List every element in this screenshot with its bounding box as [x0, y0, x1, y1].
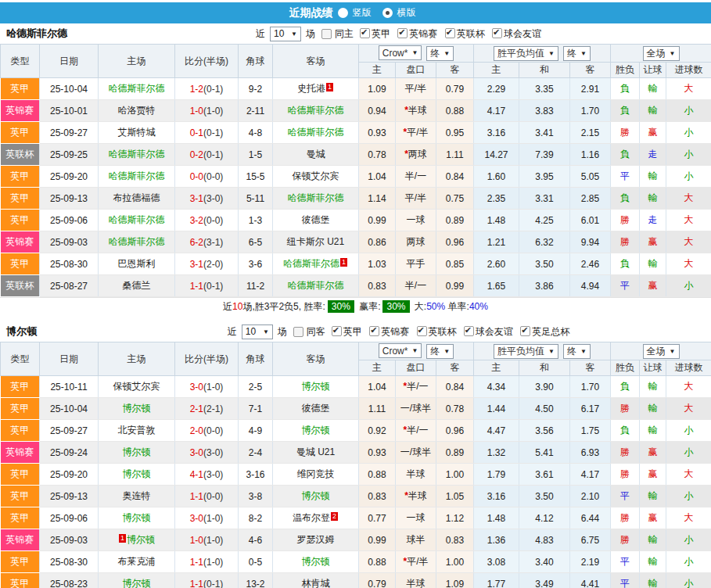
- handicap-cell: *平/半: [396, 122, 436, 144]
- league-checkbox[interactable]: [520, 326, 530, 336]
- league-type-badge: 英甲: [1, 507, 40, 529]
- summary-segment: 赢率:: [357, 301, 381, 312]
- away-odds: 0.89: [436, 210, 474, 231]
- away-team: 博尔顿: [273, 376, 359, 398]
- league-checkbox[interactable]: [417, 326, 427, 336]
- layout-radio-vertical[interactable]: [338, 8, 348, 18]
- handicap-result: 輸: [640, 420, 666, 442]
- league-type-badge: 英联杯: [1, 275, 40, 297]
- corners-cell: 3-8: [239, 486, 273, 507]
- home-odds: 1.09: [359, 78, 396, 100]
- handicap-cell: 半/一: [396, 166, 436, 188]
- final-odds-select[interactable]: 终▼: [426, 344, 454, 359]
- odds-mean-select[interactable]: 胜平负均值▼: [494, 46, 558, 61]
- subcol-handicap: 盘口: [396, 63, 436, 78]
- home-odds: 1.11: [359, 398, 396, 420]
- league-checkbox[interactable]: [332, 326, 342, 336]
- win-draw-loss-result: 負: [611, 420, 640, 442]
- away-team: 哈德斯菲尔德1: [273, 253, 359, 275]
- match-count-select[interactable]: 10▼: [242, 324, 273, 339]
- league-filters: 英甲 英锦赛 英联杯 球会友谊 英足总杯: [328, 325, 570, 339]
- match-date: 25-09-20: [40, 166, 99, 188]
- home-team: 布拉德福德: [99, 188, 175, 210]
- full-match-select[interactable]: 全场▼: [643, 344, 680, 359]
- mean-away-odds: 2.19: [570, 551, 611, 573]
- final-odds-select[interactable]: 终▼: [426, 46, 454, 61]
- col-type: 类型: [1, 342, 40, 376]
- chevron-down-icon: ▼: [580, 50, 587, 57]
- match-date: 25-09-20: [40, 464, 99, 486]
- handicap-result: 輸: [640, 398, 666, 420]
- score-cell: 1-0(1-0): [175, 100, 239, 122]
- bookmaker-select[interactable]: Crow*▼: [379, 343, 422, 358]
- col-type: 类型: [1, 45, 40, 78]
- handicap-text: 两球: [407, 236, 426, 247]
- handicap-cell: 平/半: [396, 188, 436, 210]
- full-time-score: 1-1: [190, 281, 203, 292]
- league-label: 英锦赛: [409, 28, 437, 39]
- col-date: 日期: [40, 45, 99, 78]
- team-label: 罗瑟汉姆: [297, 534, 335, 545]
- away-team: 维冈竞技: [273, 464, 359, 486]
- half-time-score: (0-0): [203, 171, 223, 182]
- final-mean-select-value: 终: [567, 47, 576, 60]
- league-checkbox[interactable]: [492, 28, 502, 38]
- summary-segment: 40%: [469, 301, 488, 312]
- home-team: 哈德斯菲尔德: [99, 166, 175, 188]
- match-count-select[interactable]: 10▼: [270, 27, 301, 41]
- final-mean-select[interactable]: 终▼: [563, 46, 591, 61]
- bookmaker-select[interactable]: Crow*▼: [379, 45, 422, 60]
- same-venue-checkbox[interactable]: [321, 29, 332, 39]
- league-label: 英足总杯: [532, 326, 569, 337]
- away-odds: 0.95: [436, 122, 474, 144]
- team-label: 布拉德福德: [113, 192, 160, 203]
- league-checkbox[interactable]: [397, 28, 408, 38]
- full-time-score: 0-1: [190, 127, 203, 138]
- handicap-text: 平/半: [405, 83, 426, 94]
- final-mean-select[interactable]: 终▼: [563, 344, 591, 359]
- home-team: 桑德兰: [99, 275, 175, 297]
- team-label: 北安普敦: [118, 425, 156, 436]
- handicap-cell: *半/一: [396, 420, 436, 442]
- col-score: 比分(半场): [175, 45, 239, 78]
- league-checkbox[interactable]: [464, 326, 474, 336]
- goals-result: 大: [666, 231, 711, 253]
- team-label: 纽卡斯尔 U21: [287, 236, 344, 247]
- home-odds: 1.14: [359, 188, 396, 210]
- mean-home-odds: 1.48: [474, 210, 519, 231]
- league-type-badge: 英甲: [1, 376, 40, 398]
- league-type-badge: 英甲: [1, 122, 40, 144]
- handicap-text: 球半: [407, 534, 426, 545]
- odds-mean-select[interactable]: 胜平负均值▼: [494, 344, 558, 359]
- match-row: 英甲 25-09-06 哈德斯菲尔德 3-2(0-0) 1-3 彼德堡 0.99…: [1, 210, 711, 231]
- league-type-badge: 英甲: [1, 166, 40, 188]
- mean-draw-odds: 3.50: [519, 253, 570, 275]
- match-date: 25-09-06: [40, 210, 99, 231]
- home-odds: 0.93: [359, 442, 396, 464]
- mean-away-odds: 4.94: [570, 275, 611, 297]
- away-team: 哈德斯菲尔德: [273, 122, 359, 144]
- home-team: 布莱克浦: [99, 551, 175, 573]
- final-mean-select-value: 终: [567, 345, 576, 358]
- win-draw-loss-result: 負: [611, 78, 640, 100]
- subcol-away: 客: [436, 360, 474, 376]
- home-odds: 0.86: [359, 231, 396, 253]
- mean-draw-odds: 3.90: [519, 376, 570, 398]
- goals-result: 小: [666, 486, 711, 507]
- same-venue-checkbox[interactable]: [293, 327, 303, 337]
- home-team: 巴恩斯利: [99, 253, 175, 275]
- home-odds: 1.04: [359, 376, 396, 398]
- home-team: 北安普敦: [99, 420, 175, 442]
- full-match-select[interactable]: 全场▼: [643, 46, 680, 61]
- league-checkbox[interactable]: [445, 28, 455, 38]
- home-odds: 0.93: [359, 122, 396, 144]
- league-checkbox[interactable]: [369, 326, 379, 336]
- handicap-text: 平/半: [407, 127, 428, 138]
- match-row: 英甲 25-09-27 艾斯特城 0-1(0-1) 4-8 哈德斯菲尔德 0.9…: [1, 122, 711, 144]
- league-checkbox[interactable]: [360, 28, 370, 38]
- handicap-result: 輸: [640, 486, 666, 507]
- chevron-down-icon: ▼: [443, 50, 450, 57]
- games-label: 场: [306, 27, 315, 41]
- team-label: 保顿艾尔宾: [293, 170, 339, 181]
- layout-radio-horizontal[interactable]: [382, 8, 393, 18]
